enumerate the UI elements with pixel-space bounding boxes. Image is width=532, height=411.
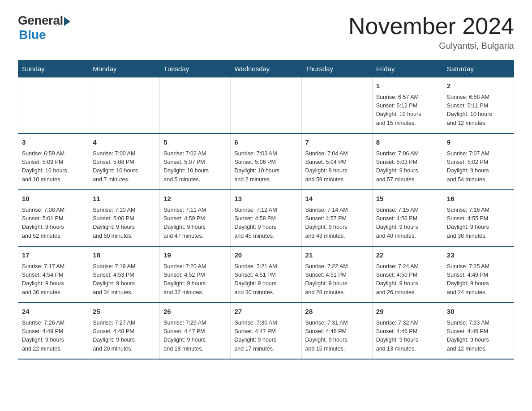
day-info: Sunrise: 7:06 AMSunset: 5:03 PMDaylight:… (376, 150, 439, 184)
day-number: 29 (376, 307, 439, 317)
day-cell: 24Sunrise: 7:26 AMSunset: 4:49 PMDayligh… (18, 303, 89, 359)
day-cell: 10Sunrise: 7:08 AMSunset: 5:01 PMDayligh… (18, 190, 89, 246)
day-cell: 20Sunrise: 7:21 AMSunset: 4:51 PMDayligh… (231, 246, 301, 303)
day-info: Sunrise: 7:22 AMSunset: 4:51 PMDaylight:… (305, 262, 369, 297)
week-row-1: 3Sunrise: 6:59 AMSunset: 5:09 PMDaylight… (18, 133, 514, 190)
day-info: Sunrise: 7:11 AMSunset: 4:59 PMDaylight:… (163, 206, 227, 241)
day-number: 4 (93, 137, 156, 148)
day-info: Sunrise: 7:21 AMSunset: 4:51 PMDaylight:… (234, 262, 297, 297)
week-row-3: 17Sunrise: 7:17 AMSunset: 4:54 PMDayligh… (18, 246, 514, 303)
day-cell: 3Sunrise: 6:59 AMSunset: 5:09 PMDaylight… (18, 133, 89, 190)
day-number: 3 (22, 137, 85, 148)
day-cell: 11Sunrise: 7:10 AMSunset: 5:00 PMDayligh… (89, 190, 160, 246)
day-cell (18, 77, 89, 134)
day-number: 6 (234, 137, 297, 148)
day-info: Sunrise: 7:14 AMSunset: 4:57 PMDaylight:… (305, 206, 369, 241)
day-number: 8 (376, 137, 439, 148)
logo-general-text: General (18, 13, 63, 28)
day-info: Sunrise: 7:04 AMSunset: 5:04 PMDaylight:… (305, 150, 369, 184)
day-number: 13 (234, 194, 297, 204)
day-number: 15 (376, 194, 439, 204)
day-cell: 30Sunrise: 7:33 AMSunset: 4:46 PMDayligh… (443, 303, 514, 359)
day-number: 18 (93, 250, 156, 261)
location-label: Gulyantsi, Bulgaria (348, 41, 514, 51)
day-cell: 9Sunrise: 7:07 AMSunset: 5:02 PMDaylight… (443, 133, 514, 190)
day-number: 28 (305, 307, 369, 317)
weekday-header-friday: Friday (372, 60, 443, 77)
logo: General Blue (18, 13, 70, 42)
day-number: 2 (447, 81, 510, 91)
day-cell: 8Sunrise: 7:06 AMSunset: 5:03 PMDaylight… (372, 133, 443, 190)
day-cell: 15Sunrise: 7:15 AMSunset: 4:56 PMDayligh… (372, 190, 443, 246)
logo-arrow-icon (64, 17, 70, 26)
day-cell: 12Sunrise: 7:11 AMSunset: 4:59 PMDayligh… (160, 190, 231, 246)
day-info: Sunrise: 7:03 AMSunset: 5:06 PMDaylight:… (234, 150, 297, 184)
day-info: Sunrise: 7:00 AMSunset: 5:08 PMDaylight:… (93, 150, 156, 184)
day-cell: 14Sunrise: 7:14 AMSunset: 4:57 PMDayligh… (301, 190, 372, 246)
day-cell: 7Sunrise: 7:04 AMSunset: 5:04 PMDaylight… (301, 133, 372, 190)
day-number: 10 (22, 194, 85, 204)
day-number: 5 (163, 137, 227, 148)
day-number: 25 (93, 307, 156, 317)
day-cell: 26Sunrise: 7:29 AMSunset: 4:47 PMDayligh… (160, 303, 231, 359)
day-cell: 2Sunrise: 6:58 AMSunset: 5:11 PMDaylight… (443, 77, 514, 134)
day-info: Sunrise: 7:16 AMSunset: 4:55 PMDaylight:… (447, 206, 510, 241)
calendar-table: SundayMondayTuesdayWednesdayThursdayFrid… (18, 60, 514, 360)
day-cell: 13Sunrise: 7:12 AMSunset: 4:58 PMDayligh… (231, 190, 301, 246)
day-info: Sunrise: 7:10 AMSunset: 5:00 PMDaylight:… (93, 206, 156, 241)
day-info: Sunrise: 7:32 AMSunset: 4:46 PMDaylight:… (376, 319, 439, 354)
day-info: Sunrise: 7:12 AMSunset: 4:58 PMDaylight:… (234, 206, 297, 241)
day-cell: 16Sunrise: 7:16 AMSunset: 4:55 PMDayligh… (443, 190, 514, 246)
weekday-header-tuesday: Tuesday (160, 60, 231, 77)
day-number: 9 (447, 137, 510, 148)
day-cell: 17Sunrise: 7:17 AMSunset: 4:54 PMDayligh… (18, 246, 89, 303)
day-number: 22 (376, 250, 439, 261)
day-info: Sunrise: 7:08 AMSunset: 5:01 PMDaylight:… (22, 206, 85, 241)
day-number: 27 (234, 307, 297, 317)
day-cell: 22Sunrise: 7:24 AMSunset: 4:50 PMDayligh… (372, 246, 443, 303)
day-cell (301, 77, 372, 134)
weekday-header-wednesday: Wednesday (231, 60, 301, 77)
day-cell: 4Sunrise: 7:00 AMSunset: 5:08 PMDaylight… (89, 133, 160, 190)
day-info: Sunrise: 6:59 AMSunset: 5:09 PMDaylight:… (22, 150, 85, 184)
day-cell: 25Sunrise: 7:27 AMSunset: 4:48 PMDayligh… (89, 303, 160, 359)
day-info: Sunrise: 7:17 AMSunset: 4:54 PMDaylight:… (22, 262, 85, 297)
day-cell: 29Sunrise: 7:32 AMSunset: 4:46 PMDayligh… (372, 303, 443, 359)
day-number: 14 (305, 194, 369, 204)
day-info: Sunrise: 6:58 AMSunset: 5:11 PMDaylight:… (447, 93, 510, 128)
day-number: 12 (163, 194, 227, 204)
week-row-0: 1Sunrise: 6:57 AMSunset: 5:12 PMDaylight… (18, 77, 514, 134)
day-number: 24 (22, 307, 85, 317)
day-info: Sunrise: 7:31 AMSunset: 4:46 PMDaylight:… (305, 319, 369, 354)
weekday-header-row: SundayMondayTuesdayWednesdayThursdayFrid… (18, 60, 514, 77)
day-number: 21 (305, 250, 369, 261)
week-row-2: 10Sunrise: 7:08 AMSunset: 5:01 PMDayligh… (18, 190, 514, 246)
day-info: Sunrise: 7:27 AMSunset: 4:48 PMDaylight:… (93, 319, 156, 354)
day-number: 16 (447, 194, 510, 204)
day-info: Sunrise: 7:29 AMSunset: 4:47 PMDaylight:… (163, 319, 227, 354)
day-info: Sunrise: 7:30 AMSunset: 4:47 PMDaylight:… (234, 319, 297, 354)
weekday-header-thursday: Thursday (301, 60, 372, 77)
day-cell: 23Sunrise: 7:25 AMSunset: 4:49 PMDayligh… (443, 246, 514, 303)
day-number: 11 (93, 194, 156, 204)
weekday-header-sunday: Sunday (18, 60, 89, 77)
day-number: 19 (163, 250, 227, 261)
day-cell: 21Sunrise: 7:22 AMSunset: 4:51 PMDayligh… (301, 246, 372, 303)
day-info: Sunrise: 7:15 AMSunset: 4:56 PMDaylight:… (376, 206, 439, 241)
weekday-header-monday: Monday (89, 60, 160, 77)
day-info: Sunrise: 7:33 AMSunset: 4:46 PMDaylight:… (447, 319, 510, 354)
day-info: Sunrise: 7:20 AMSunset: 4:52 PMDaylight:… (163, 262, 227, 297)
week-row-4: 24Sunrise: 7:26 AMSunset: 4:49 PMDayligh… (18, 303, 514, 359)
day-number: 20 (234, 250, 297, 261)
day-info: Sunrise: 6:57 AMSunset: 5:12 PMDaylight:… (376, 93, 439, 128)
day-info: Sunrise: 7:25 AMSunset: 4:49 PMDaylight:… (447, 262, 510, 297)
day-cell: 1Sunrise: 6:57 AMSunset: 5:12 PMDaylight… (372, 77, 443, 134)
day-number: 7 (305, 137, 369, 148)
day-cell (89, 77, 160, 134)
day-cell: 28Sunrise: 7:31 AMSunset: 4:46 PMDayligh… (301, 303, 372, 359)
day-number: 1 (376, 81, 439, 91)
title-section: November 2024 Gulyantsi, Bulgaria (348, 13, 514, 51)
day-info: Sunrise: 7:02 AMSunset: 5:07 PMDaylight:… (163, 150, 227, 184)
day-cell: 19Sunrise: 7:20 AMSunset: 4:52 PMDayligh… (160, 246, 231, 303)
page-header: General Blue November 2024 Gulyantsi, Bu… (18, 13, 514, 51)
